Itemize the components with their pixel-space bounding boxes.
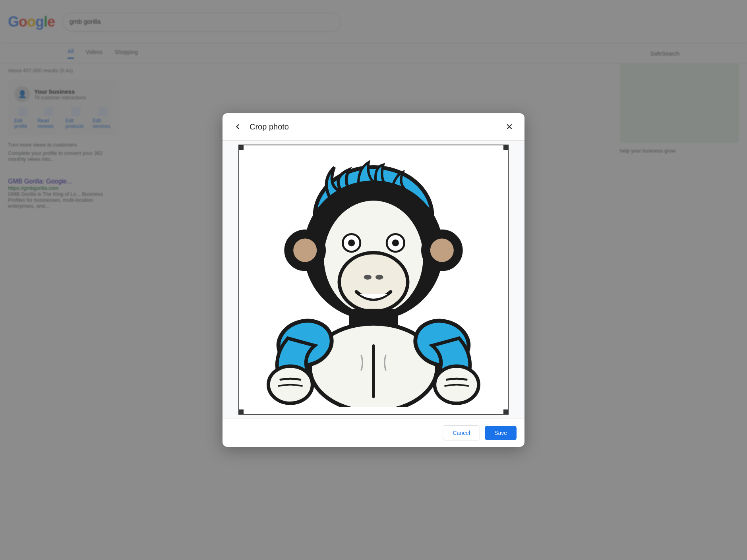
modal-header: Crop photo [223, 113, 524, 141]
svg-point-12 [392, 239, 399, 246]
svg-point-8 [430, 239, 454, 262]
save-button[interactable]: Save [485, 426, 517, 440]
modal-title: Crop photo [250, 122, 497, 131]
crop-handle-bottom-left[interactable] [239, 409, 244, 414]
crop-image-area[interactable] [238, 145, 509, 415]
svg-point-6 [293, 239, 317, 262]
crop-handle-bottom-right[interactable] [503, 409, 508, 414]
svg-point-13 [339, 253, 408, 311]
crop-handle-top-right[interactable] [503, 145, 508, 150]
svg-point-11 [348, 239, 355, 246]
back-button[interactable] [230, 120, 245, 134]
crop-wrapper[interactable] [238, 145, 509, 415]
gorilla-image [250, 153, 497, 407]
crop-handle-top-left[interactable] [239, 145, 244, 150]
close-button[interactable] [502, 120, 517, 134]
cancel-button[interactable]: Cancel [443, 425, 480, 440]
svg-point-15 [375, 275, 383, 280]
svg-point-14 [364, 275, 372, 280]
image-crop-container[interactable] [223, 141, 524, 419]
modal-footer: Cancel Save [223, 419, 524, 447]
crop-photo-modal: Crop photo [223, 113, 524, 447]
